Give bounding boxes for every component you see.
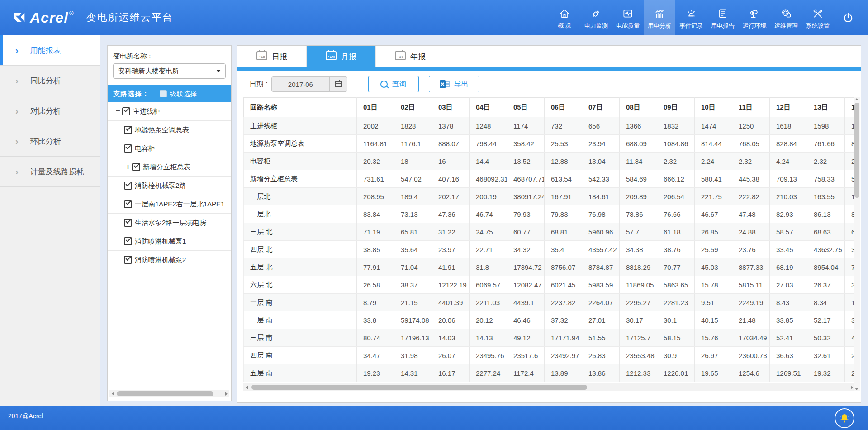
nav-item-plug[interactable]: 电力监测 [580, 0, 612, 35]
value-cell: 798.44 [470, 135, 507, 153]
value-cell: 25.59 [695, 241, 732, 258]
circuit-name-cell: 四层 北 [244, 241, 357, 258]
value-cell: 71.04 [394, 258, 432, 276]
tab-年报[interactable]: +1Y年报 [376, 46, 445, 67]
checked-checkbox-icon[interactable] [132, 163, 140, 171]
value-cell: 14.13 [470, 329, 507, 347]
scroll-left-arrow-icon[interactable] [109, 390, 116, 397]
sidebar-item[interactable]: 环比分析 [0, 126, 100, 157]
sidebar-item[interactable]: 计量及线路损耗 [0, 157, 100, 187]
value-cell: 20.32 [357, 153, 394, 170]
value-cell: 407.16 [432, 170, 470, 188]
tree-node[interactable]: 电容柜 [108, 139, 231, 158]
power-button[interactable] [836, 0, 860, 35]
station-select[interactable]: 安科瑞新大楼变电所 [113, 63, 226, 79]
export-button-label: 导出 [454, 80, 468, 89]
checked-checkbox-icon[interactable] [124, 237, 132, 245]
value-cell: 688.09 [620, 135, 657, 153]
value-cell: 1226.01 [657, 364, 695, 382]
value-cell: 30.17 [620, 311, 657, 329]
tree-node[interactable]: 消防喷淋机械泵1 [108, 232, 231, 251]
nav-item-power-quality[interactable]: 电能质量 [612, 0, 644, 35]
value-cell: 12082.47 [507, 276, 545, 294]
tree-node[interactable]: 生活水泵2路一层弱电房 [108, 214, 231, 232]
branch-panel-hscrollbar[interactable] [109, 390, 229, 397]
query-button[interactable]: 查询 [368, 76, 419, 92]
value-cell: 80.74 [357, 329, 394, 347]
nav-item-ops[interactable]: 运维管理 [770, 0, 802, 35]
value-cell: 47.48 [732, 205, 770, 223]
value-cell: 2295.27 [620, 294, 657, 311]
value-cell: 36.63 [770, 347, 807, 364]
table-hscrollbar[interactable] [243, 383, 855, 391]
checked-checkbox-icon[interactable] [122, 107, 130, 115]
nav-item-environment[interactable]: 运行环境 [739, 0, 770, 35]
value-cell: 13.86 [582, 364, 620, 382]
nav-item-report[interactable]: 用电报告 [707, 0, 739, 35]
value-cell: 24.88 [732, 223, 770, 241]
cascade-select-checkbox[interactable]: 级联选择 [160, 90, 197, 98]
tab-label: 年报 [410, 52, 426, 62]
sidebar-item[interactable]: 用能报表 [0, 35, 100, 66]
nav-item-home[interactable]: 概 况 [549, 0, 580, 35]
value-cell: 35.64 [394, 241, 432, 258]
tab-日报[interactable]: +1d日报 [237, 46, 307, 67]
value-cell: 814.44 [695, 135, 732, 153]
checked-checkbox-icon[interactable] [124, 144, 132, 153]
value-cell: 17125.7 [620, 329, 657, 347]
value-cell: 79.93 [507, 205, 545, 223]
sidebar-item[interactable]: 对比分析 [0, 96, 100, 126]
tree-node[interactable]: 一层南1APE2右一层北1APE1 [108, 195, 231, 214]
value-cell: 468092.31 [470, 170, 507, 188]
value-cell: 14.4 [470, 153, 507, 170]
value-cell: 77.91 [357, 258, 394, 276]
checked-checkbox-icon[interactable] [124, 219, 132, 227]
tree-node[interactable]: 新增分立柜总表 [108, 158, 231, 177]
value-cell: 68.19 [770, 258, 807, 276]
notification-bell-button[interactable] [835, 408, 854, 428]
tree-node[interactable]: 地源热泵空调总表 [108, 121, 231, 139]
value-cell: 26.58 [357, 276, 394, 294]
checked-checkbox-icon[interactable] [124, 200, 132, 208]
value-cell: 3 [845, 276, 855, 294]
scrollbar-thumb[interactable] [117, 391, 213, 396]
value-cell: 2277.24 [470, 364, 507, 382]
value-cell: 167.91 [545, 188, 582, 205]
scrollbar-thumb[interactable] [854, 103, 859, 198]
expand-plus-icon[interactable] [124, 162, 132, 172]
scroll-up-arrow-icon[interactable] [855, 98, 859, 100]
nav-item-settings[interactable]: 系统设置 [802, 0, 834, 35]
export-button[interactable]: 导出 [429, 76, 479, 92]
checked-checkbox-icon[interactable] [124, 182, 132, 190]
checked-checkbox-icon[interactable] [124, 126, 132, 134]
tree-node[interactable]: 主进线柜 [108, 102, 231, 121]
scroll-right-arrow-icon[interactable] [223, 390, 229, 397]
collapse-minus-icon[interactable] [114, 107, 122, 116]
value-cell: 86.13 [807, 205, 845, 223]
value-cell: 468707.71 [507, 170, 545, 188]
date-input[interactable]: 2017-06 [271, 76, 347, 92]
value-cell: 26.07 [432, 347, 470, 364]
column-header-day: 01日 [357, 98, 394, 117]
sidebar-item[interactable]: 同比分析 [0, 66, 100, 96]
tab-月报[interactable]: +1M月报 [307, 46, 376, 67]
value-cell: 17171.94 [545, 329, 582, 347]
value-cell: 25.53 [545, 135, 582, 153]
scroll-left-arrow-icon[interactable] [243, 383, 250, 391]
table-vscrollbar[interactable] [854, 97, 860, 391]
value-cell: 37.32 [545, 311, 582, 329]
value-cell: 46.74 [470, 205, 507, 223]
scroll-down-arrow-icon[interactable] [855, 388, 859, 390]
checked-checkbox-icon[interactable] [124, 256, 132, 264]
value-cell: 584.69 [620, 170, 657, 188]
tree-node[interactable]: 消防栓机械泵2路 [108, 177, 231, 195]
date-picker-button[interactable] [329, 77, 347, 91]
nav-item-analysis[interactable]: 用电分析 [644, 0, 675, 35]
plug-icon [590, 6, 602, 19]
tree-node[interactable]: 消防喷淋机械泵2 [108, 251, 231, 269]
value-cell: 33.8 [357, 311, 394, 329]
scrollbar-thumb[interactable] [251, 385, 587, 390]
nav-item-alarm[interactable]: 事件记录 [675, 0, 707, 35]
value-cell: 26.85 [695, 223, 732, 241]
circuit-name-cell: 四层 南 [244, 347, 357, 364]
